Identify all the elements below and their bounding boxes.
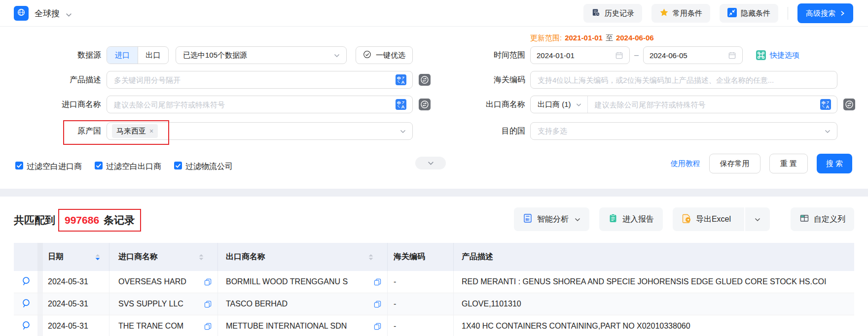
table-row: 2024-05-31 SVS SUPPLY LLC TASCO BERHAD -… [14, 293, 854, 315]
data-source-toggle: 进口 出口 [107, 46, 169, 64]
cell-exporter: METTUBE INTERNATIONAL SDN [226, 322, 371, 331]
update-range-separator: 至 [606, 34, 613, 43]
enter-report-label: 进入报告 [622, 214, 654, 225]
one-click-select-button[interactable]: 一键优选 [356, 46, 413, 64]
frozen-column-divider [37, 315, 43, 336]
end-date-value[interactable] [650, 51, 728, 60]
save-conditions-button[interactable]: 保存常用 [709, 154, 760, 173]
tutorial-link[interactable]: 使用教程 [671, 159, 700, 168]
frozen-column-divider [37, 271, 43, 293]
tab-export[interactable]: 出口 [138, 47, 169, 64]
copy-icon[interactable] [374, 323, 381, 330]
svg-text:A: A [401, 79, 405, 85]
sort-carets-icon[interactable] [95, 254, 100, 260]
origin-country-select[interactable]: 马来西亚 × [107, 122, 413, 140]
top-bar: 全球搜 历史记录 常用条件 隐藏条件 高级搜索 [0, 0, 868, 27]
copy-icon[interactable] [374, 301, 381, 308]
header-date[interactable]: 日期 [43, 243, 109, 271]
date-range-dash: – [634, 51, 639, 60]
filter-logistics-checkbox[interactable]: 过滤物流公司 [174, 161, 233, 172]
swap-arrows-icon[interactable] [843, 99, 855, 110]
exporter-type-value: 出口商 (1) [538, 100, 571, 109]
section-divider [0, 189, 868, 197]
cell-product: GLOVE,1101310 [454, 293, 854, 315]
enter-report-button[interactable]: 进入报告 [599, 207, 663, 231]
row-search-icon[interactable] [21, 298, 31, 310]
exporter-type-select[interactable]: 出口商 (1) [531, 96, 588, 113]
collapse-form-button[interactable] [415, 157, 446, 169]
cell-importer: THE TRANE COM [118, 322, 201, 331]
advanced-search-button[interactable]: 高级搜索 [797, 3, 853, 23]
calendar-icon[interactable] [615, 51, 623, 60]
history-icon [591, 8, 601, 19]
filter-label: 过滤空白出口商 [106, 162, 161, 172]
start-date-value[interactable] [537, 51, 615, 60]
exporter-field: 出口商 (1) 中A [530, 96, 837, 113]
start-date-input[interactable] [530, 46, 630, 64]
export-options-button[interactable] [744, 207, 770, 231]
svg-text:A: A [401, 104, 405, 109]
sort-carets-icon[interactable] [199, 254, 204, 260]
header-importer[interactable]: 进口商名称 [109, 243, 218, 271]
header-product-label: 产品描述 [462, 252, 493, 262]
hide-conditions-button[interactable]: 隐藏条件 [720, 4, 778, 23]
copy-icon[interactable] [204, 323, 212, 330]
filter-blank-exporter-checkbox[interactable]: 过滤空白出口商 [95, 161, 161, 172]
translate-icon[interactable]: 中A [396, 74, 406, 85]
importer-input[interactable] [114, 101, 391, 109]
translate-icon[interactable]: 中A [396, 99, 406, 110]
cell-importer: SVS SUPPLY LLC [118, 300, 201, 308]
update-range: 更新范围: 2021-01-01 至 2024-06-06 [530, 34, 654, 43]
cell-product: 1X40 HC CONTAINERS CONTAINING,PART NO X0… [454, 315, 854, 336]
end-date-input[interactable] [643, 46, 743, 64]
row-search-icon[interactable] [21, 276, 31, 288]
cell-date: 2024-05-31 [43, 315, 109, 336]
copy-icon[interactable] [204, 301, 212, 308]
command-icon [756, 50, 766, 60]
header-exporter[interactable]: 出口商名称 [218, 243, 388, 271]
app-logo [14, 6, 29, 21]
checkbox-checked-icon [174, 162, 182, 171]
custom-columns-button[interactable]: 自定义列 [791, 207, 854, 231]
table-columns-icon [799, 213, 809, 225]
data-source-select[interactable]: 已选中105个数据源 [176, 46, 347, 64]
smart-analysis-label: 智能分析 [537, 214, 569, 225]
frozen-column-divider [37, 243, 43, 271]
hs-code-input[interactable] [538, 76, 830, 84]
reset-button[interactable]: 重 置 [769, 154, 808, 173]
origin-country-label: 原产国 [14, 126, 101, 136]
tab-import[interactable]: 进口 [107, 47, 138, 64]
history-button[interactable]: 历史记录 [583, 4, 642, 23]
row-search-icon[interactable] [21, 320, 31, 333]
header-date-label: 日期 [48, 252, 64, 262]
product-desc-input[interactable] [114, 76, 391, 84]
calendar-icon[interactable] [728, 51, 736, 60]
origin-tag-label: 马来西亚 [116, 127, 146, 136]
update-range-end: 2024-06-06 [616, 34, 654, 43]
chevron-down-icon[interactable] [66, 10, 72, 19]
exporter-label: 出口商名称 [428, 100, 525, 110]
exporter-input[interactable] [595, 101, 816, 109]
destination-label: 目的国 [428, 126, 525, 136]
copy-icon[interactable] [204, 278, 212, 286]
translate-icon[interactable]: 中A [820, 99, 831, 110]
chevron-down-icon [400, 127, 406, 135]
destination-select[interactable]: 支持多选 [530, 122, 837, 140]
export-excel-button[interactable]: 导出Excel [673, 207, 740, 231]
advanced-search-label: 高级搜索 [806, 9, 835, 18]
header-search-column [14, 243, 37, 271]
close-icon[interactable]: × [149, 127, 153, 135]
cell-exporter: TASCO BERHAD [226, 300, 371, 308]
quick-options-link[interactable]: 快捷选项 [770, 51, 799, 60]
header-importer-label: 进口商名称 [118, 252, 158, 262]
filter-blank-importer-checkbox[interactable]: 过滤空白进口商 [15, 161, 82, 172]
match-prefix: 共匹配到 [14, 213, 55, 227]
svg-text:中: 中 [822, 101, 826, 105]
favorites-button[interactable]: 常用条件 [651, 4, 710, 23]
sort-carets-icon[interactable] [368, 254, 373, 260]
svg-text:中: 中 [397, 76, 401, 81]
copy-icon[interactable] [374, 278, 381, 286]
search-button[interactable]: 搜 索 [817, 154, 852, 173]
importer-field: 中A [107, 96, 413, 113]
smart-analysis-button[interactable]: BI 智能分析 [514, 207, 589, 231]
